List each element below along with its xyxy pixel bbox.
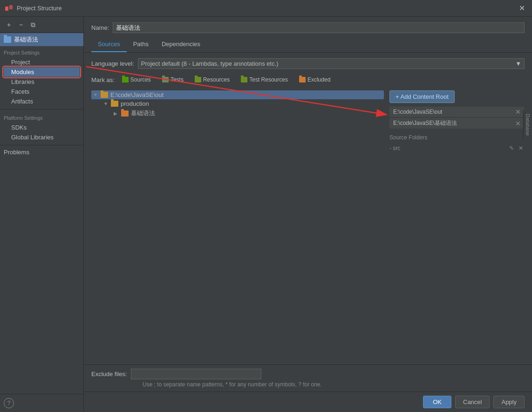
- sidebar-item-facets-label: Facets: [11, 88, 29, 95]
- sidebar-divider-2: [0, 145, 83, 145]
- tree-children-root: ▼ production ▶ 基础语法: [91, 99, 384, 118]
- tree-item-production[interactable]: ▼ production: [102, 99, 384, 108]
- tree-toggle-root[interactable]: ▼: [93, 92, 101, 97]
- content-root-path-1-text: E:\code\JavaSE\out: [393, 109, 515, 115]
- name-row: Name:: [84, 17, 532, 37]
- sidebar-item-project-label: Project: [11, 59, 30, 66]
- bottom-bar: Exclude files: Use ; to separate name pa…: [84, 364, 532, 391]
- chevron-down-icon: ▼: [515, 60, 521, 67]
- lang-level-row: Language level: Project default (8 - Lam…: [91, 58, 525, 69]
- copy-module-button[interactable]: ⧉: [28, 20, 38, 30]
- tree-folder-icon-root: [101, 92, 108, 98]
- sidebar-divider: [0, 109, 83, 110]
- content-root-path-2-close[interactable]: ✕: [515, 120, 521, 127]
- sidebar-item-global-libraries[interactable]: Global Libraries: [4, 132, 80, 142]
- tree-area: ▼ E:\code\JavaSE\out ▼ production: [91, 90, 525, 153]
- tab-sources[interactable]: Sources: [91, 37, 127, 52]
- source-folder-edit-button[interactable]: ✎: [508, 144, 515, 152]
- tab-paths[interactable]: Paths: [127, 37, 155, 52]
- tree-item-root-label: E:\code\JavaSE\out: [110, 91, 164, 98]
- sidebar-item-sdks-label: SDKs: [11, 124, 27, 131]
- add-content-root-button[interactable]: + Add Content Root: [389, 90, 455, 103]
- tree-item-root[interactable]: ▼ E:\code\JavaSE\out: [91, 90, 384, 99]
- sidebar-item-modules-label: Modules: [11, 69, 34, 76]
- sidebar-item-libraries[interactable]: Libraries: [4, 77, 80, 87]
- sidebar-item-modules[interactable]: Modules: [4, 67, 80, 77]
- tree-toggle-production[interactable]: ▼: [103, 101, 111, 106]
- source-folders-title: Source Folders: [389, 134, 525, 141]
- exclude-input[interactable]: [131, 369, 261, 379]
- mark-test-resources-button[interactable]: Test Resources: [237, 76, 292, 84]
- name-input[interactable]: [113, 22, 525, 33]
- sidebar-item-global-libraries-label: Global Libraries: [11, 134, 54, 141]
- panel-content: Language level: Project default (8 - Lam…: [84, 53, 532, 364]
- tree-panel: ▼ E:\code\JavaSE\out ▼ production: [91, 90, 384, 153]
- tree-item-jichuyufa[interactable]: ▶ 基础语法: [112, 108, 384, 118]
- apply-button[interactable]: Apply: [493, 396, 525, 408]
- mark-excluded-button[interactable]: Excluded: [295, 76, 334, 84]
- sources-folder-icon: [122, 77, 129, 82]
- tree-folder-icon-production: [111, 101, 118, 107]
- source-folder-item: - src ✎ ✕: [389, 144, 525, 153]
- mark-tests-button[interactable]: Tests: [158, 76, 187, 84]
- sidebar: + − ⧉ 基础语法 Project Settings Project Modu…: [0, 17, 84, 412]
- hint-text: Use ; to separate name patterns, * for a…: [91, 381, 525, 388]
- project-settings-section: Project Settings Project Modules Librari…: [0, 46, 83, 107]
- close-button[interactable]: ✕: [516, 3, 527, 14]
- title-bar: Project Structure ✕: [0, 0, 532, 17]
- project-structure-dialog: Project Structure ✕ + − ⧉ 基础语法 Project S…: [0, 0, 532, 412]
- title-bar-text: Project Structure: [17, 5, 516, 12]
- module-item[interactable]: 基础语法: [0, 33, 83, 46]
- sidebar-item-problems[interactable]: Problems: [0, 147, 83, 157]
- mark-as-label: Mark as:: [91, 76, 115, 83]
- right-panel: Name: Sources Paths Dependencies Languag…: [84, 17, 532, 412]
- remove-module-button[interactable]: −: [16, 20, 26, 30]
- sidebar-bottom: ?: [0, 394, 83, 412]
- add-module-button[interactable]: +: [4, 20, 14, 30]
- platform-settings-title: Platform Settings: [4, 115, 80, 121]
- mark-sources-label: Sources: [130, 76, 151, 83]
- name-label: Name:: [91, 24, 109, 31]
- cancel-button[interactable]: Cancel: [455, 396, 490, 408]
- mark-resources-label: Resources: [203, 76, 230, 83]
- tree-children-production: ▶ 基础语法: [102, 108, 384, 118]
- content-root-path-1-close[interactable]: ✕: [515, 108, 521, 116]
- sidebar-item-artifacts[interactable]: Artifacts: [4, 96, 80, 106]
- sidebar-item-facets[interactable]: Facets: [4, 87, 80, 96]
- ok-button[interactable]: OK: [423, 396, 451, 408]
- tree-item-production-label: production: [121, 100, 149, 107]
- tree-toggle-jichuyufa[interactable]: ▶: [114, 111, 121, 116]
- help-button[interactable]: ?: [4, 398, 14, 408]
- tests-folder-icon: [162, 77, 169, 82]
- content-root-paths: E:\code\JavaSE\out ✕ E:\code\JavaSE\基础语法…: [389, 107, 525, 129]
- mark-sources-button[interactable]: Sources: [118, 76, 155, 84]
- svg-rect-1: [9, 5, 13, 9]
- tree-folder-icon-jichuyufa: [121, 110, 129, 117]
- exclude-label: Exclude files:: [91, 371, 127, 378]
- source-folder-remove-button[interactable]: ✕: [517, 144, 525, 152]
- dialog-buttons: OK Cancel Apply: [84, 391, 532, 412]
- sidebar-item-project[interactable]: Project: [4, 57, 80, 67]
- module-item-label: 基础语法: [14, 35, 38, 44]
- mark-test-resources-label: Test Resources: [249, 76, 288, 83]
- mark-excluded-label: Excluded: [307, 76, 330, 83]
- sidebar-item-problems-label: Problems: [4, 149, 29, 156]
- module-folder-icon: [4, 36, 11, 43]
- source-folder-actions: ✎ ✕: [508, 144, 525, 152]
- mark-resources-button[interactable]: Resources: [191, 76, 233, 84]
- mark-as-row: Mark as: Sources Tests Resources: [91, 76, 525, 84]
- database-tab[interactable]: Database: [523, 110, 532, 139]
- lang-level-value: Project default (8 - Lambdas, type annot…: [141, 60, 279, 67]
- content-root-path-2: E:\code\JavaSE\基础语法 ✕: [389, 118, 525, 129]
- tab-dependencies[interactable]: Dependencies: [155, 37, 207, 52]
- tree-item-jichuyufa-label: 基础语法: [131, 109, 155, 117]
- right-panel-info: + Add Content Root E:\code\JavaSE\out ✕ …: [389, 90, 525, 153]
- sidebar-item-sdks[interactable]: SDKs: [4, 123, 80, 132]
- main-content: + − ⧉ 基础语法 Project Settings Project Modu…: [0, 17, 532, 412]
- project-settings-title: Project Settings: [4, 50, 80, 55]
- app-icon: [5, 4, 13, 13]
- lang-level-select[interactable]: Project default (8 - Lambdas, type annot…: [138, 58, 525, 69]
- platform-settings-section: Platform Settings SDKs Global Libraries: [0, 111, 83, 143]
- svg-rect-0: [5, 7, 8, 11]
- lang-level-label: Language level:: [91, 60, 134, 67]
